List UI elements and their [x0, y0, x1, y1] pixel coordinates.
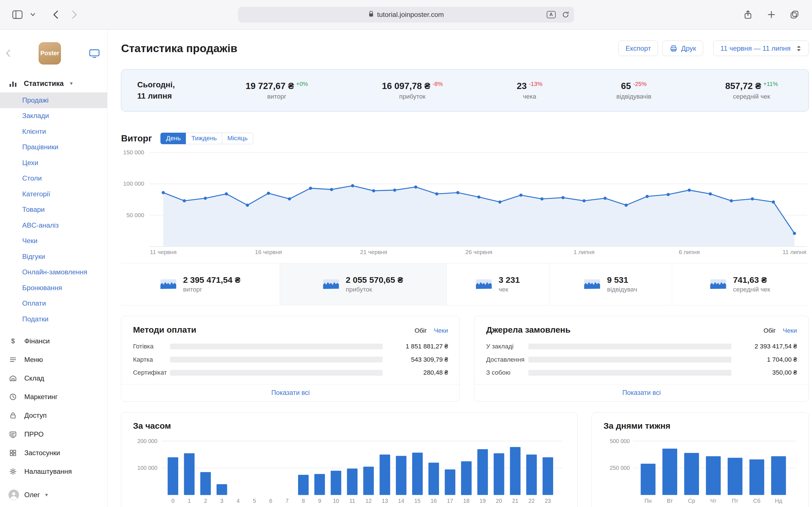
- toolbar-right-group: [574, 7, 802, 22]
- sidebar-item-categories[interactable]: Категорії: [0, 186, 107, 202]
- sidebar-item-products[interactable]: Товари: [0, 202, 107, 218]
- stat-value: 19 727,67 ₴+0%: [246, 80, 308, 91]
- settings-icon: [8, 467, 17, 476]
- stat-delta: -13%: [529, 80, 543, 87]
- sidebar-item-venues[interactable]: Заклади: [0, 108, 107, 124]
- toggle-receipts[interactable]: Чеки: [783, 327, 797, 334]
- sidebar-item-warehouse[interactable]: Склад: [0, 369, 107, 388]
- total-profit[interactable]: 2 055 570,65 ₴прибуток: [280, 263, 446, 305]
- show-all-link[interactable]: Показати всі: [474, 384, 809, 402]
- sidebar-item-access[interactable]: Доступ: [0, 406, 107, 425]
- svg-text:21 червня: 21 червня: [360, 249, 388, 255]
- svg-text:19: 19: [479, 498, 486, 504]
- stat-delta: +0%: [296, 80, 308, 87]
- toolbar-chevron-down-icon[interactable]: [29, 7, 37, 22]
- sidebar-item-receipts[interactable]: Чеки: [0, 233, 107, 249]
- svg-text:6 липня: 6 липня: [679, 249, 700, 255]
- print-button[interactable]: Друк: [662, 41, 703, 56]
- toggle-turnover[interactable]: Обіг: [763, 327, 776, 334]
- stat-delta: -25%: [633, 80, 647, 87]
- sales-by-hour-card: За часом 100 000200 00001234567891011121…: [121, 412, 577, 507]
- warehouse-icon: [8, 374, 17, 383]
- sidebar-item-statistics[interactable]: Статистика ▾: [0, 74, 107, 93]
- address-bar[interactable]: tutorial.joinposter.com A: [238, 7, 574, 22]
- revenue-tab-week[interactable]: Тиждень: [186, 133, 222, 144]
- date-range-picker[interactable]: 11 червня — 11 липня: [713, 41, 809, 56]
- payment-methods-title: Методи оплати: [133, 325, 197, 335]
- translate-icon[interactable]: A: [547, 11, 556, 18]
- sidebar-item-online-orders[interactable]: Онлайн-замовлення: [0, 265, 107, 280]
- sidebar-item-tables[interactable]: Столи: [0, 171, 107, 186]
- sidebar-item-taxes[interactable]: Податки: [0, 311, 107, 327]
- marketing-icon: [8, 393, 17, 401]
- sidebar-item-reviews[interactable]: Відгуки: [0, 249, 107, 265]
- sidebar-statistics-label: Статистика: [24, 79, 63, 88]
- show-all-link[interactable]: Показати всі: [121, 384, 460, 402]
- sidebar-item-label: Застосунки: [24, 449, 60, 457]
- forward-icon[interactable]: [66, 7, 82, 22]
- svg-text:10: 10: [333, 498, 339, 504]
- svg-text:20: 20: [496, 498, 502, 504]
- sidebar-item-menu[interactable]: Меню: [0, 350, 107, 369]
- total-revenue[interactable]: 2 395 471,54 ₴виторг: [121, 263, 280, 305]
- sidebar-item-reservations[interactable]: Бронювання: [0, 280, 107, 296]
- svg-text:100 000: 100 000: [123, 180, 144, 187]
- collapse-sidebar-icon[interactable]: [5, 49, 11, 57]
- sidebar-item-apps[interactable]: Застосунки: [0, 444, 107, 462]
- sidebar-item-sales[interactable]: Продажі: [0, 93, 107, 108]
- toggle-receipts[interactable]: Чеки: [434, 327, 448, 334]
- export-button[interactable]: Експорт: [618, 41, 658, 56]
- svg-text:1: 1: [188, 498, 191, 504]
- bar-label: Картка: [133, 356, 170, 363]
- total-visitors[interactable]: 9 531відвідувач: [549, 263, 672, 305]
- sidebar-item-clients[interactable]: Клієнти: [0, 124, 107, 139]
- total-avg-receipt[interactable]: 741,63 ₴середній чек: [672, 263, 808, 305]
- sales-by-weekday-head: За днями тижня: [592, 413, 809, 433]
- user-menu[interactable]: Олег ▾: [0, 483, 107, 507]
- bar-label: Доставлення: [486, 356, 528, 363]
- revenue-period-tabs: ДеньТижденьМісяць: [160, 133, 253, 144]
- back-icon[interactable]: [48, 7, 63, 22]
- share-icon[interactable]: [740, 7, 756, 22]
- sidebar-item-prro[interactable]: ПРРО: [0, 425, 107, 443]
- sidebar-item-settings[interactable]: Налаштування: [0, 462, 107, 481]
- svg-text:3: 3: [220, 498, 223, 504]
- sales-by-weekday-chart: 250 000500 000ПнВтСрЧтПтСбНд: [603, 433, 800, 507]
- bar-track: [528, 370, 731, 376]
- svg-text:8: 8: [302, 498, 305, 504]
- prro-icon: [8, 430, 17, 439]
- sidebar-toggle-icon[interactable]: [10, 7, 26, 22]
- terminal-icon[interactable]: [89, 49, 100, 58]
- sidebar-item-label: Маркетинг: [24, 393, 57, 401]
- sidebar-item-finance[interactable]: $Фінанси: [0, 332, 107, 350]
- sidebar-item-marketing[interactable]: Маркетинг: [0, 388, 107, 406]
- sales-by-weekday-card: За днями тижня 250 000500 000ПнВтСрЧтПтС…: [592, 412, 809, 507]
- new-tab-icon[interactable]: [763, 7, 779, 22]
- tab-overview-icon[interactable]: [786, 7, 802, 22]
- browser-toolbar: tutorial.joinposter.com A: [0, 0, 812, 30]
- poster-logo[interactable]: Poster: [39, 42, 61, 64]
- svg-text:100 000: 100 000: [137, 465, 157, 471]
- stat-label: чека: [517, 93, 543, 100]
- sidebar-item-employees[interactable]: Працівники: [0, 139, 107, 155]
- toggle-turnover[interactable]: Обіг: [414, 327, 427, 334]
- order-sources-card: Джерела замовлень Обіг Чеки У закладі2 3…: [474, 316, 809, 402]
- user-name: Олег: [24, 491, 40, 499]
- sidebar-item-payments[interactable]: Оплати: [0, 296, 107, 312]
- apps-icon: [8, 449, 17, 457]
- total-receipts[interactable]: 3 231чек: [446, 263, 550, 305]
- revenue-tab-day[interactable]: День: [160, 133, 186, 144]
- svg-text:5: 5: [253, 498, 256, 504]
- total-label: відвідувач: [607, 286, 637, 293]
- bar-track: [170, 344, 383, 349]
- sales-by-hour-title: За часом: [133, 421, 566, 431]
- reload-icon[interactable]: [562, 11, 569, 18]
- sidebar-item-abc-analysis[interactable]: ABC-аналіз: [0, 217, 107, 233]
- bar-label: Готівка: [133, 343, 170, 350]
- revenue-tab-month[interactable]: Місяць: [222, 133, 253, 144]
- revenue-section: Виторг ДеньТижденьМісяць 50 000100 00015…: [121, 133, 809, 256]
- toolbar-left-group: [10, 7, 238, 22]
- svg-text:$: $: [11, 337, 15, 344]
- sidebar-item-workshops[interactable]: Цехи: [0, 155, 107, 171]
- sales-by-weekday-title: За днями тижня: [603, 421, 797, 431]
